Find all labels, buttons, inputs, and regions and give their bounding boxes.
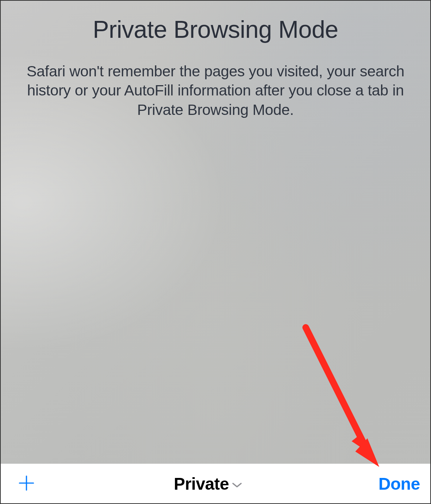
done-button[interactable]: Done xyxy=(378,474,420,494)
private-browsing-description: Safari won't remember the pages you visi… xyxy=(1,62,430,119)
plus-icon xyxy=(18,475,35,493)
page-title: Private Browsing Mode xyxy=(1,15,430,43)
bottom-toolbar: Private Done xyxy=(1,464,430,503)
tab-group-label: Private xyxy=(174,474,229,494)
new-tab-button[interactable] xyxy=(15,473,37,495)
chevron-down-icon xyxy=(232,479,242,488)
tab-group-selector[interactable]: Private xyxy=(174,474,242,494)
main-area: Private Browsing Mode Safari won't remem… xyxy=(1,1,430,464)
content-container: Private Browsing Mode Safari won't remem… xyxy=(1,1,430,503)
